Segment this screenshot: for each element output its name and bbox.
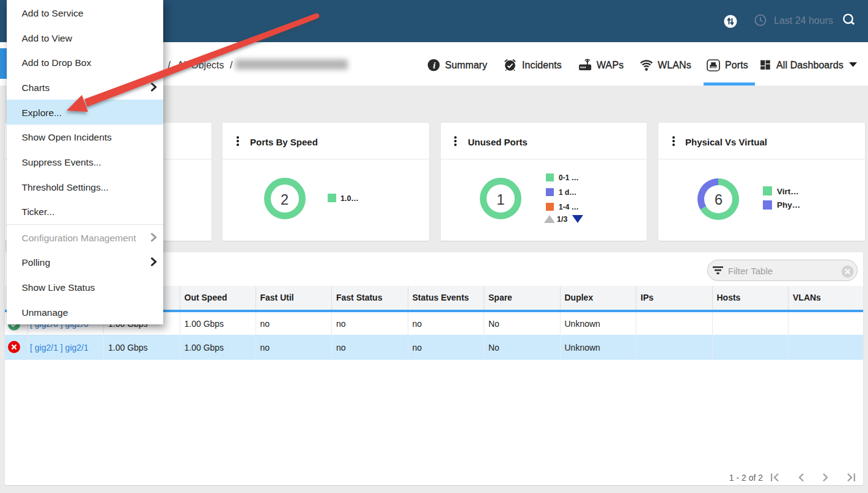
svg-text:i: i bbox=[433, 60, 436, 70]
